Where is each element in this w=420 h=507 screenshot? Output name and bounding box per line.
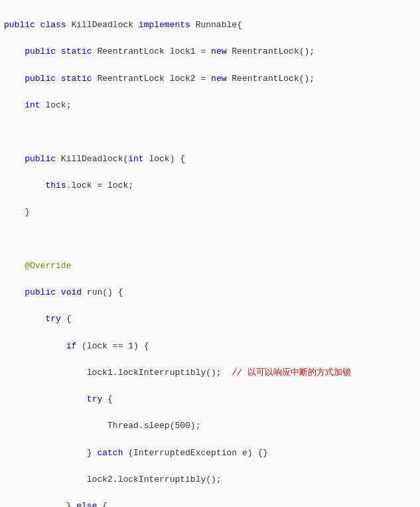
line-16: Thread.sleep(500); <box>4 419 416 433</box>
line-2: public static ReentrantLock lock1 = new … <box>4 45 416 58</box>
line-6: public KillDeadlock(int lock) { <box>4 153 416 166</box>
line-8: } <box>4 206 416 219</box>
line-3: public static ReentrantLock lock2 = new … <box>4 72 416 86</box>
line-13: if (lock == 1) { <box>4 340 416 353</box>
code-editor: public class KillDeadlock implements Run… <box>0 0 420 507</box>
line-18: lock2.lockInterruptibly(); <box>4 473 416 486</box>
line-11: public void run() { <box>4 286 416 299</box>
line-1: public class KillDeadlock implements Run… <box>4 19 416 32</box>
line-17: } catch (InterruptedException e) {} <box>4 447 416 460</box>
line-7: this.lock = lock; <box>4 179 416 192</box>
line-14: lock1.lockInterruptibly(); // 以可以响应中断的方式… <box>4 366 416 380</box>
line-5 <box>4 125 416 139</box>
line-4: int lock; <box>4 99 416 112</box>
line-19: } else { <box>4 500 416 507</box>
line-15: try { <box>4 393 416 406</box>
line-12: try { <box>4 313 416 326</box>
line-10: @Override <box>4 259 416 273</box>
line-9 <box>4 232 416 246</box>
